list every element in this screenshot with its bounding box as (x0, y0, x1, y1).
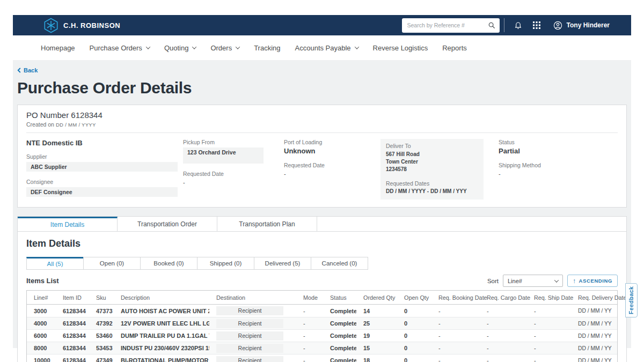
sort-select[interactable]: Line# (503, 275, 563, 287)
subtab-shipped-0[interactable]: Shipped (0) (197, 257, 254, 270)
deliver-to-label: Deliver To (386, 143, 478, 149)
cell-ordered-qty: 18 (356, 357, 397, 362)
port-column: Port of Loading Unknown Requested Date - (284, 139, 380, 200)
chevron-down-icon (554, 278, 559, 282)
nav-item-homepage[interactable]: Homepage (41, 44, 75, 52)
nav-item-quoting[interactable]: Quoting (164, 44, 196, 52)
subtab-all-5[interactable]: All (5) (26, 257, 84, 270)
search-input[interactable] (402, 18, 500, 33)
cell-description: BI-ROTATIONAL PUMP/MOTOR (114, 357, 209, 362)
brand-home-link[interactable]: C.H. ROBINSON (44, 18, 120, 33)
table-row[interactable]: 8000612834453453INDUST PU 230/460V 2320P… (27, 342, 617, 354)
nav-item-label: Reverse Logistics (373, 44, 428, 52)
pickup-column: Pickup From 123 Orchard Drive Requested … (183, 139, 284, 200)
cell-req-delivery-date: DD / MM / YY (571, 345, 617, 351)
subtab-delivered-5[interactable]: Delivered (5) (254, 257, 311, 270)
sort-direction-label: ASCENDING (579, 278, 612, 284)
deliver-to-column: Deliver To 567 Hill Road Town Center 123… (380, 139, 484, 200)
column-header-item-id: Item ID (56, 294, 89, 301)
order-type: NTE Domestic IB (26, 139, 183, 147)
arrow-up-icon: ↑ (573, 277, 576, 285)
user-menu[interactable]: Tony Hinderer (553, 21, 610, 30)
user-avatar-icon (553, 21, 562, 30)
deliver-requested-dates-label: Requested Dates (386, 180, 478, 187)
sort-select-value: Line# (508, 278, 522, 284)
column-header-open-qty: Open Qty (397, 294, 431, 301)
page-title: Purchase Order Details (17, 79, 627, 97)
search-icon[interactable] (488, 21, 495, 29)
sort-direction-button[interactable]: ↑ ASCENDING (567, 275, 618, 287)
status-subtabs: All (5)Open (0)Booked (0)Shipped (0)Deli… (26, 257, 618, 270)
cell-sku: 53453 (89, 345, 114, 351)
cell-req-booking-date: - (431, 345, 480, 351)
back-link[interactable]: Back (17, 67, 627, 73)
cell-line: 8000 (27, 345, 56, 351)
cell-open-qty: 0 (397, 320, 431, 327)
feedback-tab[interactable]: Feedback (625, 283, 638, 317)
table-row[interactable]: 3000612834447373AUTO HOIST AC POWER UNIT… (27, 305, 617, 317)
port-requested-date-label: Requested Date (284, 162, 380, 168)
nav-item-label: Purchase Orders (90, 44, 142, 52)
subtab-booked-0[interactable]: Booked (0) (140, 257, 197, 270)
items-table: Line#Item IDSkuDescriptionDestinationMod… (26, 290, 618, 362)
back-label: Back (24, 67, 38, 73)
cell-status: Complete (323, 333, 356, 339)
subtab-canceled-0[interactable]: Canceled (0) (311, 257, 368, 270)
nav-item-accounts-payable[interactable]: Accounts Payable (295, 44, 358, 52)
cell-description: 12V POWER UNIT ELEC LHL LG RES (114, 320, 209, 327)
cell-mode: - (296, 320, 323, 327)
po-info-columns: NTE Domestic IB Supplier ABC Supplier Co… (26, 139, 618, 200)
pickup-from-label: Pickup From (183, 139, 284, 145)
port-of-loading-label: Port of Loading (284, 139, 380, 145)
tab-item-details[interactable]: Item Details (18, 217, 118, 231)
apps-menu-button[interactable] (531, 19, 543, 31)
table-row[interactable]: 6000612834453460DUMP TRAILER PU DA 1.1GA… (27, 329, 617, 342)
cell-description: INDUST PU 230/460V 2320PSI 15 (114, 345, 209, 351)
cell-item-id: 6128344 (56, 320, 89, 327)
table-row[interactable]: 400061283444739212V POWER UNIT ELEC LHL … (27, 317, 617, 329)
tab-transportation-plan[interactable]: Transportation Plan (217, 217, 317, 231)
cell-destination: Recipient (209, 344, 296, 353)
column-header-req-booking-date: Req. Booking Date (431, 294, 480, 301)
column-header-ordered-qty: Ordered Qty (356, 294, 397, 301)
cell-mode: - (296, 308, 323, 314)
tab-transportation-order[interactable]: Transportation Order (118, 217, 217, 231)
cell-line: 4000 (27, 320, 56, 327)
cell-req-ship-date: - (527, 333, 571, 339)
nav-item-label: Reports (442, 44, 467, 52)
cell-status: Complete (323, 357, 356, 362)
cell-mode: - (296, 345, 323, 351)
cell-req-ship-date: - (527, 308, 571, 314)
items-list-header: Items List Sort Line# ↑ ASCENDING (26, 275, 618, 287)
nav-item-reports[interactable]: Reports (442, 44, 467, 52)
nav-item-reverse-logistics[interactable]: Reverse Logistics (373, 44, 428, 52)
port-of-loading-value: Unknown (284, 147, 380, 155)
cell-req-delivery-date: DD / MM / YY (571, 308, 617, 314)
status-column: Status Partial Shipping Method - (484, 139, 618, 200)
table-row[interactable]: 10000612834447349BI-ROTATIONAL PUMP/MOTO… (27, 354, 617, 362)
nav-item-tracking[interactable]: Tracking (254, 44, 280, 52)
order-column: NTE Domestic IB Supplier ABC Supplier Co… (26, 139, 183, 200)
app: C.H. ROBINSON (13, 15, 631, 348)
subtab-open-0[interactable]: Open (0) (83, 257, 141, 270)
cell-mode: - (296, 333, 323, 339)
column-header-destination: Destination (209, 294, 296, 301)
cell-status: Complete (323, 345, 356, 351)
brand-name: C.H. ROBINSON (63, 21, 120, 29)
pickup-from-value: 123 Orchard Drive (183, 147, 264, 164)
column-header-req-delivery-date: Req. Delivery Date (571, 294, 627, 301)
cell-line: 10000 (27, 357, 56, 362)
pickup-requested-date-label: Requested Date (183, 171, 284, 177)
column-header-line: Line# (27, 294, 56, 301)
cell-open-qty: 0 (397, 345, 431, 351)
items-list-title: Items List (26, 277, 59, 285)
nav-item-orders[interactable]: Orders (210, 44, 239, 52)
deliver-requested-dates-value: DD / MM / YYYY - DD / MM / YYY (386, 188, 478, 194)
notifications-button[interactable] (512, 19, 524, 32)
destination-placeholder: Recipient (216, 331, 283, 341)
nav-item-purchase-orders[interactable]: Purchase Orders (90, 44, 150, 52)
nav-item-label: Accounts Payable (295, 44, 351, 52)
consignee-label: Consignee (26, 179, 183, 185)
cell-ordered-qty: 15 (356, 345, 397, 351)
search-box (402, 18, 500, 33)
